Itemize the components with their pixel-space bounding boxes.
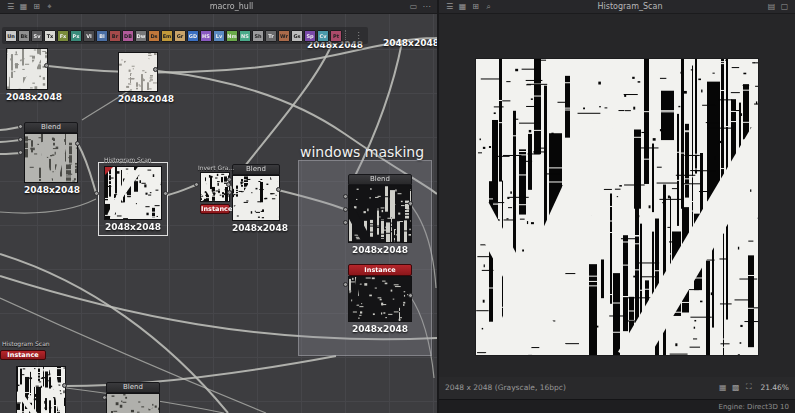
output-socket[interactable] <box>44 63 49 68</box>
search-icon[interactable]: ⌕ <box>482 1 495 13</box>
panel-toggle-icon[interactable]: ▭ <box>407 1 420 13</box>
texture-viewport[interactable] <box>439 14 795 377</box>
node-clipped-top-2[interactable]: 2048x2048 <box>376 36 437 48</box>
palette-em-node-icon[interactable]: Em <box>161 30 173 42</box>
view-tab-title: Histogram_Scan <box>495 2 765 11</box>
more-options-icon[interactable]: ⋯ <box>420 1 433 13</box>
input-socket[interactable] <box>343 282 348 287</box>
output-socket[interactable] <box>226 182 231 187</box>
node-thumbnail <box>16 366 66 413</box>
palette-cv-node-icon[interactable]: Cv <box>317 30 329 42</box>
graph-tab-title: macro_hull <box>56 2 407 11</box>
input-socket[interactable] <box>194 182 199 187</box>
node-graph-canvas[interactable]: UnBkSvTxFxPxVlBlBrDBDwDsEmGrGDHSLvNmNSSh… <box>0 14 437 413</box>
node-title: Blend <box>232 164 280 175</box>
snap-grid-icon[interactable]: ⊞ <box>469 1 482 13</box>
node-blend-c[interactable]: Blend 2048x2048 <box>24 122 78 195</box>
input-socket[interactable] <box>343 194 348 199</box>
node-histogram-scan-d[interactable]: 2048x2048 <box>104 166 162 232</box>
palette-hs-node-icon[interactable]: HS <box>200 30 212 42</box>
node-blend-f[interactable]: Blend 2048x2048 <box>232 164 280 233</box>
palette-tx-node-icon[interactable]: Tx <box>44 30 56 42</box>
node-size-label: 2048x2048 <box>376 38 437 48</box>
app-window: { "left": { "title": "macro_hull", "icon… <box>0 0 795 413</box>
palette-nm-node-icon[interactable]: Nm <box>226 30 238 42</box>
output-socket[interactable] <box>163 191 168 196</box>
output-socket[interactable] <box>62 383 67 388</box>
input-socket[interactable] <box>343 220 348 225</box>
panel-icon[interactable]: ▤ <box>765 1 778 13</box>
palette-gr-node-icon[interactable]: Gr <box>174 30 186 42</box>
view-status-bar: 2048 x 2048 (Grayscale, 16bpc) ▦▩⛶ 21.46… <box>439 377 795 397</box>
palette-bk-node-icon[interactable]: Bk <box>18 30 30 42</box>
instance-badge: Instance <box>0 350 46 360</box>
tiling-icon[interactable]: ▦ <box>716 381 729 393</box>
input-socket[interactable] <box>18 124 23 129</box>
output-socket[interactable] <box>408 201 413 206</box>
palette-vl-node-icon[interactable]: Vl <box>83 30 95 42</box>
layout-grid-icon[interactable]: ▦ <box>17 1 30 13</box>
fit-view-icon[interactable]: ⛶ <box>742 381 755 393</box>
palette-sh-node-icon[interactable]: Sh <box>252 30 264 42</box>
palette-ds-node-icon[interactable]: Ds <box>148 30 160 42</box>
engine-status-bar: Engine: Direct3D 10 <box>439 399 795 413</box>
node-thumbnail <box>348 276 412 322</box>
snap-grid-icon[interactable]: ⊞ <box>30 1 43 13</box>
node-thumbnail <box>118 52 158 92</box>
palette-br-node-icon[interactable]: Br <box>109 30 121 42</box>
node-size-label: 2048x2048 <box>232 223 280 233</box>
palette-db-node-icon[interactable]: DB <box>122 30 134 42</box>
node-blend-k[interactable]: Blend <box>106 382 160 413</box>
node-invert-e[interactable]: Instance <box>200 172 230 214</box>
checker-background-icon[interactable]: ▩ <box>729 381 742 393</box>
panel-splitter[interactable] <box>437 0 439 413</box>
node-histogram-scan-j-thumb[interactable] <box>16 366 66 413</box>
palette-ns-node-icon[interactable]: NS <box>239 30 251 42</box>
input-socket[interactable] <box>94 191 99 196</box>
palette-px-node-icon[interactable]: Px <box>70 30 82 42</box>
node-histogram-scan-j[interactable]: Instance <box>0 350 46 360</box>
view-toolbar-right: ▤▢ <box>765 1 791 13</box>
node-bitmap-a[interactable]: 2048x2048 <box>6 48 48 102</box>
palette-wr-node-icon[interactable]: Wr <box>278 30 290 42</box>
output-socket[interactable] <box>276 187 281 192</box>
output-socket[interactable] <box>408 293 413 298</box>
node-thumbnail <box>348 185 412 243</box>
input-socket[interactable] <box>343 207 348 212</box>
node-thumbnail <box>106 393 160 413</box>
focus-icon[interactable]: ⌖ <box>43 1 56 13</box>
node-blend-h[interactable]: Blend 2048x2048 <box>348 174 412 255</box>
layout-grid-icon[interactable]: ▦ <box>456 1 469 13</box>
node-bitmap-b[interactable]: 2048x2048 <box>118 52 158 104</box>
input-socket[interactable] <box>227 190 232 195</box>
graph-editor-panel: ☰▦⊞⌖ macro_hull ▭⋯ <box>0 0 437 413</box>
palette-dw-node-icon[interactable]: Dw <box>135 30 147 42</box>
output-socket[interactable] <box>153 67 158 72</box>
palette-sv-node-icon[interactable]: Sv <box>31 30 43 42</box>
palette-tr-node-icon[interactable]: Tr <box>265 30 277 42</box>
node-instance-i[interactable]: Instance 2048x2048 <box>348 264 412 334</box>
input-socket[interactable] <box>227 177 232 182</box>
view-2d-panel: ☰▦⊞⌕ Histogram_Scan ▤▢ 2048 x 2048 (Gray… <box>439 0 795 413</box>
instance-badge: Instance <box>348 264 412 276</box>
palette-pt-node-icon[interactable]: Pt <box>330 30 342 42</box>
palette-fx-node-icon[interactable]: Fx <box>57 30 69 42</box>
palette-more-icon[interactable]: ⋮ <box>352 30 365 42</box>
palette-gd-node-icon[interactable]: GD <box>187 30 199 42</box>
node-title: Histogram Scan <box>104 156 152 163</box>
input-socket[interactable] <box>102 395 107 400</box>
texture-preview-2d[interactable] <box>475 58 759 356</box>
graph-comment-label: windows masking <box>300 144 424 160</box>
palette-un-node-icon[interactable]: Un <box>5 30 17 42</box>
output-socket[interactable] <box>75 141 80 146</box>
node-title: Blend <box>106 382 160 393</box>
palette-lv-node-icon[interactable]: Lv <box>213 30 225 42</box>
palette-bl-node-icon[interactable]: Bl <box>96 30 108 42</box>
input-socket[interactable] <box>18 137 23 142</box>
input-socket[interactable] <box>18 150 23 155</box>
menu-icon[interactable]: ☰ <box>4 1 17 13</box>
palette-gs-node-icon[interactable]: Gs <box>291 30 303 42</box>
menu-icon[interactable]: ☰ <box>443 1 456 13</box>
palette-sp-node-icon[interactable]: Sp <box>304 30 316 42</box>
float-window-icon[interactable]: ▢ <box>778 1 791 13</box>
